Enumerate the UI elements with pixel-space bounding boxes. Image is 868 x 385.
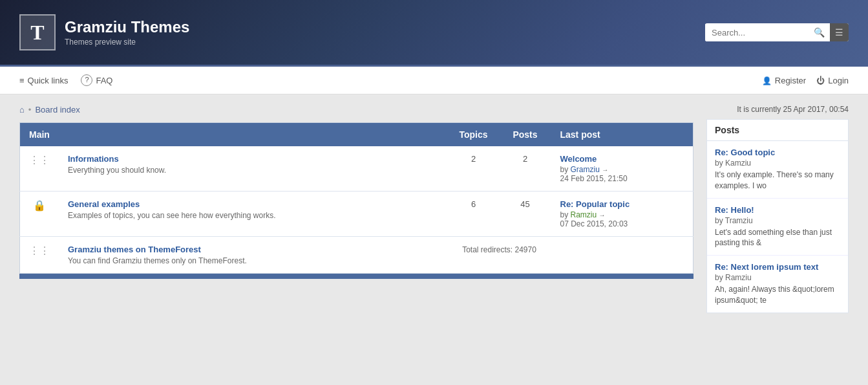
forum-description: You can find Gramziu themes only on Them… [68,256,439,265]
sidebar-posts-title: Posts [707,120,848,141]
forum-description: Everything you should know. [68,166,439,175]
table-row: ⋮⋮ Informations Everything you should kn… [20,146,693,192]
forum-row-icon: ⋮⋮ [20,146,59,192]
home-link[interactable]: ⌂ [19,105,25,115]
question-icon [81,74,92,86]
sidebar-posts-section: Posts Re: Good topic by Kamziu It's only… [706,119,849,313]
forum-lastpost-empty [551,237,693,274]
forum-topics-count: 6 [448,192,500,237]
forum-title-link[interactable]: Gramziu themes on ThemeForest [68,245,201,254]
arrow-icon: → [599,212,606,219]
lastpost-date: 24 Feb 2015, 21:50 [560,174,684,183]
lastpost-date: 07 Dec 2015, 20:03 [560,219,684,228]
navbar: Quick links FAQ Register Login [0,65,868,94]
breadcrumb: ⌂ • Board index [19,105,693,115]
col-posts-header: Posts [500,123,551,147]
forum-table-header: Main Topics Posts Last post [20,123,693,147]
lastpost-by: by Ramziu → [560,210,684,219]
list-item: Re: Good topic by Kamziu It's only examp… [707,141,848,199]
site-title: Gramziu Themes [65,18,189,36]
main-column: ⌂ • Board index Main Topics Posts Last p… [19,105,693,321]
board-index-link[interactable]: Board index [35,105,79,115]
forum-posts-count: 2 [500,146,551,192]
forum-posts-count: 45 [500,192,551,237]
sidebar-post-excerpt: It's only example. There's so many examp… [715,170,840,192]
forum-topics-count: 2 [448,146,500,192]
forum-row-icon: ⋮⋮ [20,237,59,274]
home-icon: ⌂ [19,105,25,115]
arrow-icon: → [602,166,608,173]
quick-links-menu[interactable]: Quick links [19,76,68,85]
forum-description: Examples of topics, you can see here how… [68,211,439,220]
faq-link[interactable]: FAQ [81,74,112,86]
login-link[interactable]: Login [816,76,849,85]
search-input[interactable] [705,24,809,41]
header-branding: T Gramziu Themes Themes preview site [19,14,189,50]
sidebar-post-by: by Kamziu [715,159,840,168]
sidebar-post-excerpt: Ah, again! Always this &quot;lorem ipsum… [715,284,840,306]
forum-redirects: Total redirects: 24970 [448,237,551,274]
lastpost-author-link[interactable]: Ramziu [571,210,597,219]
sidebar-post-title-link[interactable]: Re: Next lorem ipsum text [715,262,818,272]
power-icon [816,76,825,85]
login-label: Login [828,76,849,85]
forum-row-info: Gramziu themes on ThemeForest You can fi… [59,237,448,274]
sidebar-post-title-link[interactable]: Re: Hello! [715,205,754,215]
forum-table: Main Topics Posts Last post ⋮⋮ Informati… [19,122,693,274]
col-main-header: Main [20,123,448,147]
table-row: ⋮⋮ Gramziu themes on ThemeForest You can… [20,237,693,274]
header-search: 🔍 ☰ [705,23,849,41]
lastpost-by: by Gramziu → [560,165,684,174]
lastpost-title-link[interactable]: Welcome [560,154,597,164]
lastpost-author-link[interactable]: Gramziu [571,165,600,174]
forum-title-link[interactable]: General examples [68,199,140,209]
search-box: 🔍 ☰ [705,23,849,41]
lastpost-title-link[interactable]: Re: Popular topic [560,199,630,209]
quick-links-label: Quick links [28,76,69,85]
table-row: 🔒 General examples Examples of topics, y… [20,192,693,237]
advanced-search-button[interactable]: ☰ [830,23,849,41]
navbar-right: Register Login [762,76,849,85]
timestamp: It is currently 25 Apr 2017, 00:54 [706,105,849,114]
sidebar-post-excerpt: Let's add something else than just pasti… [715,227,840,249]
search-button[interactable]: 🔍 [809,23,830,41]
forum-lastpost: Welcome by Gramziu → 24 Feb 2015, 21:50 [551,146,693,192]
faq-label: FAQ [96,76,112,85]
content-wrapper: ⌂ • Board index Main Topics Posts Last p… [0,94,868,331]
site-header: T Gramziu Themes Themes preview site 🔍 ☰ [0,0,868,65]
site-info: Gramziu Themes Themes preview site [65,18,189,47]
col-topics-header: Topics [448,123,500,147]
register-link[interactable]: Register [762,76,806,85]
site-subtitle: Themes preview site [65,38,189,47]
grid-icon: ⋮⋮ [29,245,50,256]
user-icon [762,76,772,85]
lock-icon: 🔒 [33,200,46,211]
bars-icon [19,76,25,85]
list-item: Re: Next lorem ipsum text by Ramziu Ah, … [707,256,848,313]
forum-row-info: General examples Examples of topics, you… [59,192,448,237]
list-item: Re: Hello! by Tramziu Let's add somethin… [707,199,848,256]
sidebar-post-by: by Tramziu [715,216,840,225]
board-index-label: Board index [35,105,79,115]
register-label: Register [775,76,806,85]
sidebar-post-title-link[interactable]: Re: Good topic [715,148,775,157]
breadcrumb-separator: • [28,105,32,115]
col-lastpost-header: Last post [551,123,693,147]
navbar-left: Quick links FAQ [19,74,112,86]
site-logo: T [19,14,56,50]
forum-lastpost: Re: Popular topic by Ramziu → 07 Dec 201… [551,192,693,237]
grid-icon: ⋮⋮ [29,155,50,166]
forum-bottom-bar [19,274,693,279]
sidebar: It is currently 25 Apr 2017, 00:54 Posts… [706,105,849,321]
forum-title-link[interactable]: Informations [68,154,119,164]
sidebar-post-by: by Ramziu [715,273,840,282]
forum-row-icon: 🔒 [20,192,59,237]
forum-row-info: Informations Everything you should know. [59,146,448,192]
